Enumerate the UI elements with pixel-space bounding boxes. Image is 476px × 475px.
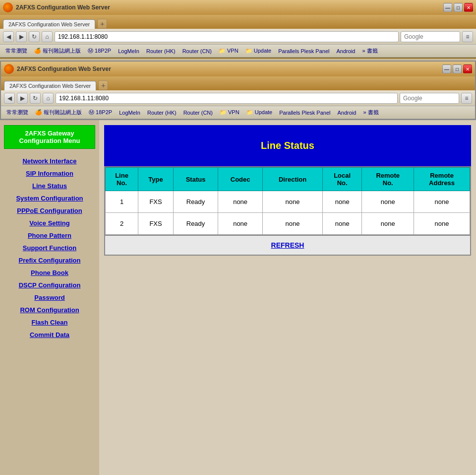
forward-btn-1[interactable]: ▶ [16, 31, 27, 42]
sidebar-item-pppoe-configuration[interactable]: PPPoE Configuration [0, 204, 99, 217]
col-header-codec: Codec [218, 168, 263, 191]
search-bar-2[interactable] [400, 93, 459, 104]
tab-label-1: 2AFXS Configuration Web Server [8, 21, 90, 27]
content-panel: Line Status LineNo. Type Status Codec Di… [99, 120, 476, 475]
minimize-btn-2[interactable]: — [442, 65, 451, 73]
main-content: 2AFXS GatewayConfiguration Menu Network … [0, 120, 476, 475]
cell-row1-col5: none [263, 191, 323, 213]
active-tab-2[interactable]: 2AFXS Configuration Web Server [4, 81, 96, 90]
cell-row2-col3: Ready [174, 213, 218, 235]
cell-row2-col4: none [218, 213, 263, 235]
bm2-4[interactable]: LogMeIn [117, 109, 143, 116]
sidebar-item-phone-pattern[interactable]: Phone Pattern [0, 229, 99, 242]
sidebar-header-text: 2AFXS GatewayConfiguration Menu [19, 130, 80, 144]
table-row: 2FXSReadynonenonenonenonenone [106, 213, 470, 235]
bm2-10[interactable]: Android [335, 109, 359, 116]
cell-row1-col3: Ready [174, 191, 218, 213]
bm2-7[interactable]: 📁 VPN [217, 109, 242, 116]
tab-label-2: 2AFXS Configuration Web Server [9, 83, 91, 89]
bm2-5[interactable]: Router (HK) [145, 109, 179, 116]
minimize-btn-1[interactable]: — [443, 3, 452, 12]
home-icon-2: ⌂ [46, 95, 50, 102]
bm2-9[interactable]: Parallels Plesk Panel [277, 109, 333, 116]
browser-title-1: 2AFXS Configuration Web Server [16, 4, 110, 11]
table-header-row: LineNo. Type Status Codec Direction Loca… [106, 168, 470, 191]
cell-row1-col2: FXS [138, 191, 174, 213]
bm-10[interactable]: Android [334, 48, 358, 55]
sidebar-item-flash-clean[interactable]: Flash Clean [0, 316, 99, 329]
sidebar-item-line-status[interactable]: Line Status [0, 180, 99, 192]
sidebar-item-rom-configuration[interactable]: ROM Configuration [0, 304, 99, 316]
maximize-btn-1[interactable]: □ [454, 3, 463, 12]
browser-title-2: 2AFXS Configuration Web Server [17, 66, 111, 72]
menu-btn-1[interactable]: ≡ [462, 31, 473, 42]
home-btn-1[interactable]: ⌂ [42, 31, 53, 42]
close-btn-2[interactable]: ✕ [463, 65, 472, 73]
cell-row1-col8: none [414, 191, 470, 213]
col-header-local-no: LocalNo. [322, 168, 361, 191]
cell-row2-col5: none [263, 213, 323, 235]
refresh-nav-btn-2[interactable]: ↻ [30, 93, 41, 104]
forward-btn-2[interactable]: ▶ [17, 93, 28, 104]
sidebar-item-password[interactable]: Password [0, 291, 99, 304]
new-tab-btn-2[interactable]: + [98, 80, 108, 90]
bm-2[interactable]: 🍊 報刊雜誌網上版 [32, 47, 83, 55]
menu-icon-1: ≡ [466, 33, 469, 40]
bm-9[interactable]: Parallels Plesk Panel [276, 48, 332, 55]
window-controls-2: — □ ✕ [442, 65, 472, 73]
tab-bar-1: 2AFXS Configuration Web Server + [0, 15, 476, 29]
home-btn-2[interactable]: ⌂ [43, 93, 54, 104]
search-bar-1[interactable] [401, 31, 460, 42]
col-header-remote-address: RemoteAddress [414, 168, 470, 191]
active-tab-1[interactable]: 2AFXS Configuration Web Server [3, 19, 95, 29]
bm-8[interactable]: 📁 Update [243, 47, 274, 55]
back-btn-2[interactable]: ◀ [4, 93, 15, 104]
col-header-status: Status [174, 168, 218, 191]
bookmarks-bar-2: 常常瀏覽 🍊 報刊雜誌網上版 Ⓜ 18P2P LogMeIn Router (H… [1, 106, 475, 119]
col-header-direction: Direction [263, 168, 323, 191]
back-btn-1[interactable]: ◀ [3, 31, 14, 42]
bm-4[interactable]: LogMeIn [116, 48, 142, 55]
maximize-btn-2[interactable]: □ [453, 65, 462, 73]
bm-3[interactable]: Ⓜ 18P2P [85, 47, 114, 55]
window-controls-1: — □ ✕ [443, 3, 473, 12]
cell-row2-col6: none [322, 213, 361, 235]
bm-5[interactable]: Router (HK) [144, 48, 178, 55]
bm2-3[interactable]: Ⓜ 18P2P [86, 108, 115, 117]
refresh-icon-1: ↻ [32, 33, 37, 40]
sidebar-item-phone-book[interactable]: Phone Book [0, 267, 99, 279]
sidebar-item-network-interface[interactable]: Network Interface [0, 155, 99, 167]
sidebar-item-commit-data[interactable]: Commit Data [0, 329, 99, 341]
sidebar: 2AFXS GatewayConfiguration Menu Network … [0, 120, 99, 475]
sidebar-item-dscp-configuration[interactable]: DSCP Configuration [0, 279, 99, 291]
bm-6[interactable]: Router (CN) [180, 48, 214, 55]
sidebar-item-support-function[interactable]: Support Function [0, 242, 99, 254]
new-tab-btn-1[interactable]: + [97, 19, 107, 29]
sidebar-item-voice-setting[interactable]: Voice Setting [0, 217, 99, 229]
forward-icon-1: ▶ [19, 33, 24, 40]
browser-window-2: 2AFXS Configuration Web Server — □ ✕ 2AF… [0, 61, 476, 120]
sidebar-item-prefix-configuration[interactable]: Prefix Configuration [0, 254, 99, 267]
refresh-nav-btn-1[interactable]: ↻ [29, 31, 40, 42]
titlebar-2: 2AFXS Configuration Web Server — □ ✕ [1, 62, 475, 76]
bm-11[interactable]: » 書籤 [359, 47, 380, 55]
address-bar-2[interactable] [56, 93, 398, 104]
bm-7[interactable]: 📁 VPN [216, 47, 241, 55]
nav-bar-1: ◀ ▶ ↻ ⌂ ≡ [0, 29, 476, 45]
col-header-remote-no: RemoteNo. [362, 168, 414, 191]
table-row: 1FXSReadynonenonenonenonenone [106, 191, 470, 213]
sidebar-item-sip-information[interactable]: SIP Information [0, 167, 99, 180]
bm2-2[interactable]: 🍊 報刊雜誌網上版 [33, 108, 84, 117]
sidebar-item-system-configuration[interactable]: System Configuration [0, 192, 99, 204]
bm2-1[interactable]: 常常瀏覽 [4, 108, 31, 117]
bm-1[interactable]: 常常瀏覽 [3, 47, 30, 55]
firefox-logo-1 [3, 2, 13, 12]
bm2-11[interactable]: » 書籤 [360, 108, 381, 117]
bm2-8[interactable]: 📁 Update [244, 109, 275, 116]
bm2-6[interactable]: Router (CN) [181, 109, 215, 116]
cell-row1-col7: none [362, 191, 414, 213]
address-bar-1[interactable] [55, 31, 399, 42]
close-btn-1[interactable]: ✕ [464, 3, 473, 12]
menu-btn-2[interactable]: ≡ [461, 93, 472, 104]
refresh-button[interactable]: REFRESH [271, 241, 304, 249]
